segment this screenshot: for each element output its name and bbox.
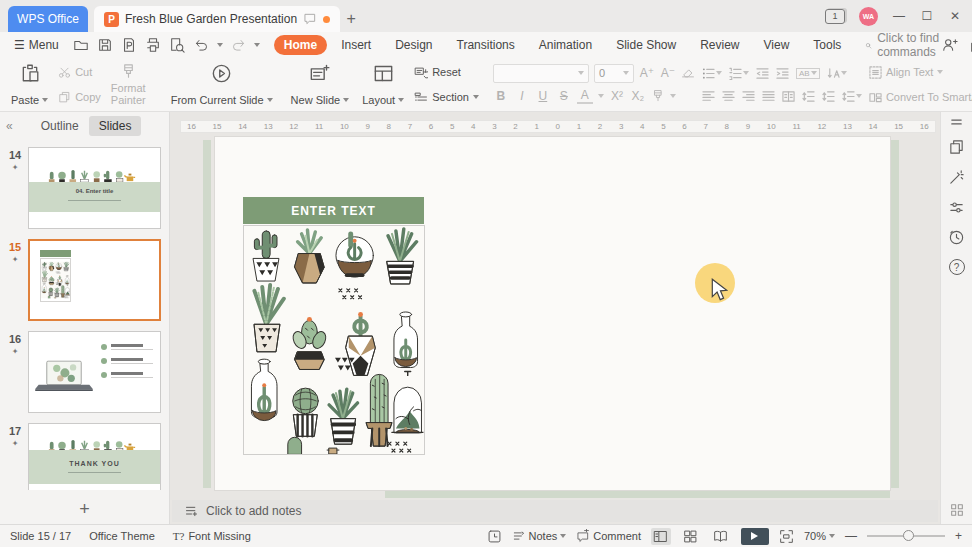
print-preview-icon[interactable] bbox=[169, 37, 186, 54]
justify-button[interactable] bbox=[762, 90, 775, 103]
menu-tab-transitions[interactable]: Transitions bbox=[447, 35, 525, 55]
paragraph-spacing-decrease-button[interactable] bbox=[842, 90, 862, 103]
columns-button[interactable] bbox=[782, 90, 795, 103]
new-slide-button[interactable]: New Slide bbox=[288, 61, 353, 108]
slide-thumbnail-16[interactable]: 16✦ bbox=[0, 326, 169, 418]
add-slide-button[interactable]: + bbox=[0, 499, 169, 520]
customize-toolbar-caret[interactable] bbox=[254, 43, 260, 47]
normal-view-button[interactable] bbox=[651, 528, 671, 545]
undo-dropdown-caret[interactable] bbox=[217, 43, 223, 47]
document-tab[interactable]: P Fresh Blue Garden Presentation bbox=[94, 6, 340, 32]
magic-wand-icon[interactable] bbox=[948, 169, 965, 186]
align-left-button[interactable] bbox=[702, 90, 715, 103]
menu-tab-insert[interactable]: Insert bbox=[331, 35, 381, 55]
cut-button[interactable]: Cut bbox=[58, 63, 101, 81]
font-color-caret[interactable] bbox=[598, 94, 604, 98]
format-painter-button[interactable]: FormatPainter bbox=[108, 61, 149, 108]
fit-to-window-icon[interactable] bbox=[779, 529, 794, 544]
theme-name[interactable]: Office Theme bbox=[89, 530, 155, 542]
slide-thumbnail-17[interactable]: 17✦ THANK YOU bbox=[0, 418, 169, 490]
tab-outline[interactable]: Outline bbox=[31, 116, 89, 136]
increase-font-size-button[interactable]: A⁺ bbox=[639, 66, 655, 80]
menu-tab-slide-show[interactable]: Slide Show bbox=[606, 35, 686, 55]
section-button[interactable]: Section bbox=[414, 88, 479, 106]
clear-formatting-icon[interactable] bbox=[681, 66, 695, 80]
increase-indent-button[interactable] bbox=[776, 67, 789, 80]
maximize-button[interactable]: ☐ bbox=[920, 9, 934, 23]
thumbnail-grid-icon[interactable] bbox=[949, 502, 965, 518]
zoom-in-button[interactable]: + bbox=[955, 529, 962, 543]
decrease-font-size-button[interactable]: A⁻ bbox=[660, 66, 676, 80]
numbering-button[interactable] bbox=[729, 67, 749, 80]
collapse-panel-button[interactable]: « bbox=[6, 119, 13, 133]
underline-button[interactable]: U bbox=[535, 89, 551, 103]
wps-office-button[interactable]: WPS Office bbox=[8, 6, 88, 32]
align-text-button[interactable]: Align Text bbox=[869, 63, 972, 81]
notes-bar[interactable]: Click to add notes bbox=[172, 500, 938, 522]
menu-tab-animation[interactable]: Animation bbox=[529, 35, 602, 55]
align-center-button[interactable] bbox=[722, 90, 735, 103]
slide-image[interactable] bbox=[243, 225, 425, 455]
slide-thumbnail-15[interactable]: 15✦ bbox=[0, 234, 169, 326]
help-icon[interactable]: ? bbox=[949, 259, 965, 275]
font-missing-button[interactable]: T? Font Missing bbox=[173, 530, 251, 542]
italic-button[interactable]: I bbox=[514, 89, 530, 103]
zoom-slider-knob[interactable] bbox=[903, 530, 914, 541]
slide-title-placeholder[interactable]: ENTER TEXT bbox=[243, 197, 424, 224]
settings-sliders-icon[interactable] bbox=[948, 199, 965, 216]
slide-thumbnail-14[interactable]: 14✦ 04. Enter title bbox=[0, 142, 169, 234]
character-spacing-button[interactable]: AB bbox=[796, 68, 820, 79]
font-name-combobox[interactable] bbox=[493, 64, 589, 83]
tab-chat-icon[interactable] bbox=[303, 12, 317, 26]
autosave-clock-icon[interactable] bbox=[487, 529, 502, 544]
menu-tab-design[interactable]: Design bbox=[385, 35, 442, 55]
print-icon[interactable] bbox=[145, 37, 162, 54]
text-direction-button[interactable] bbox=[827, 67, 847, 80]
reading-view-button[interactable] bbox=[711, 528, 731, 545]
comment-button[interactable]: Comment bbox=[576, 529, 641, 543]
redo-icon[interactable] bbox=[230, 37, 247, 54]
bold-button[interactable]: B bbox=[493, 89, 509, 103]
save-icon[interactable] bbox=[97, 37, 114, 54]
font-size-combobox[interactable]: 0 bbox=[594, 64, 634, 83]
minimize-button[interactable]: — bbox=[892, 9, 906, 23]
close-button[interactable]: ✕ bbox=[948, 9, 962, 23]
zoom-level-button[interactable]: 70% bbox=[804, 530, 835, 542]
highlight-pen-icon[interactable] bbox=[651, 89, 665, 103]
export-pdf-icon[interactable] bbox=[121, 37, 138, 54]
zoom-slider[interactable] bbox=[867, 535, 945, 537]
duplicate-slide-icon[interactable] bbox=[948, 139, 965, 156]
superscript-button[interactable]: X² bbox=[609, 89, 625, 103]
menu-tab-tools[interactable]: Tools bbox=[803, 35, 851, 55]
bullets-button[interactable] bbox=[702, 67, 722, 80]
decrease-indent-button[interactable] bbox=[756, 67, 769, 80]
user-avatar[interactable]: WA bbox=[859, 7, 878, 26]
share-with-people-icon[interactable] bbox=[942, 37, 958, 53]
tab-slides[interactable]: Slides bbox=[89, 116, 142, 136]
slideshow-play-button[interactable] bbox=[741, 528, 769, 545]
slide-sorter-view-button[interactable] bbox=[681, 528, 701, 545]
undo-icon[interactable] bbox=[193, 37, 210, 54]
menu-tab-home[interactable]: Home bbox=[274, 35, 327, 55]
slide-canvas[interactable]: ENTER TEXT bbox=[215, 137, 890, 490]
notes-toggle-button[interactable]: Notes bbox=[512, 529, 567, 543]
zoom-out-button[interactable]: — bbox=[845, 529, 857, 543]
subscript-button[interactable]: X₂ bbox=[630, 89, 646, 103]
strikethrough-button[interactable]: S bbox=[556, 89, 572, 103]
line-spacing-button[interactable] bbox=[802, 90, 815, 103]
menu-tab-view[interactable]: View bbox=[754, 35, 800, 55]
font-color-button[interactable]: A bbox=[577, 88, 593, 104]
new-tab-button[interactable]: + bbox=[340, 6, 362, 32]
open-file-icon[interactable] bbox=[73, 37, 90, 54]
window-switcher[interactable]: 1 bbox=[825, 9, 845, 24]
paste-button[interactable]: Paste bbox=[8, 61, 51, 108]
layout-button[interactable]: Layout bbox=[359, 61, 407, 108]
reset-button[interactable]: Reset bbox=[414, 63, 479, 81]
paragraph-spacing-increase-button[interactable] bbox=[822, 90, 835, 103]
from-current-slide-button[interactable]: From Current Slide bbox=[163, 61, 281, 108]
menu-tab-review[interactable]: Review bbox=[690, 35, 749, 55]
main-menu-button[interactable]: ☰ Menu bbox=[0, 38, 67, 52]
drag-handle-icon[interactable] bbox=[948, 118, 965, 126]
align-right-button[interactable] bbox=[742, 90, 755, 103]
command-search[interactable]: Click to find commands bbox=[865, 31, 942, 59]
